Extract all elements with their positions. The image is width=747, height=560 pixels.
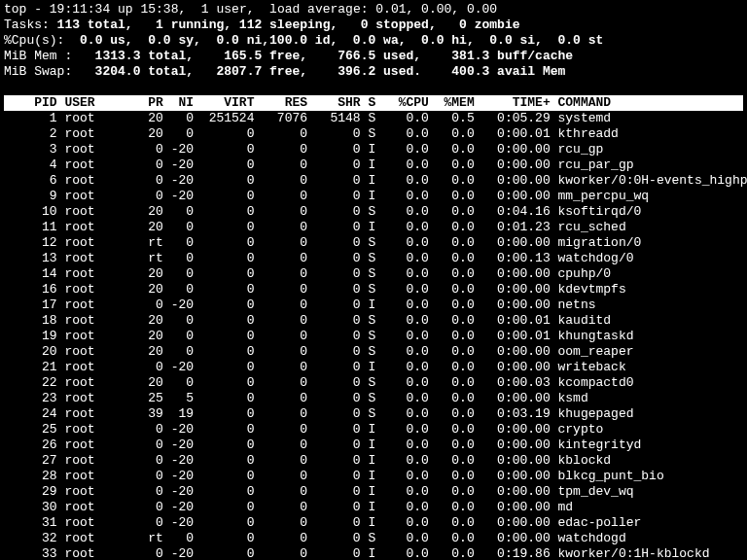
summary-line-mem: MiB Mem : 1313.3 total, 165.5 free, 766.… [4, 49, 743, 64]
summary-line-tasks: Tasks: 113 total, 1 running, 112 sleepin… [4, 18, 743, 33]
summary-line-swap: MiB Swap: 3204.0 total, 2807.7 free, 396… [4, 64, 743, 80]
summary-line-uptime: top - 19:11:34 up 15:38, 1 user, load av… [4, 2, 743, 18]
top-summary: top - 19:11:34 up 15:38, 1 user, load av… [0, 0, 747, 95]
process-rows: 1 root 20 0 251524 7076 5148 S 0.0 0.5 0… [4, 111, 743, 560]
summary-line-cpu: %Cpu(s): 0.0 us, 0.0 sy, 0.0 ni,100.0 id… [4, 33, 743, 49]
process-table[interactable]: PID USER PR NI VIRT RES SHR S %CPU %MEM … [0, 95, 747, 560]
column-header-row: PID USER PR NI VIRT RES SHR S %CPU %MEM … [4, 95, 743, 111]
blank-line [4, 80, 743, 95]
